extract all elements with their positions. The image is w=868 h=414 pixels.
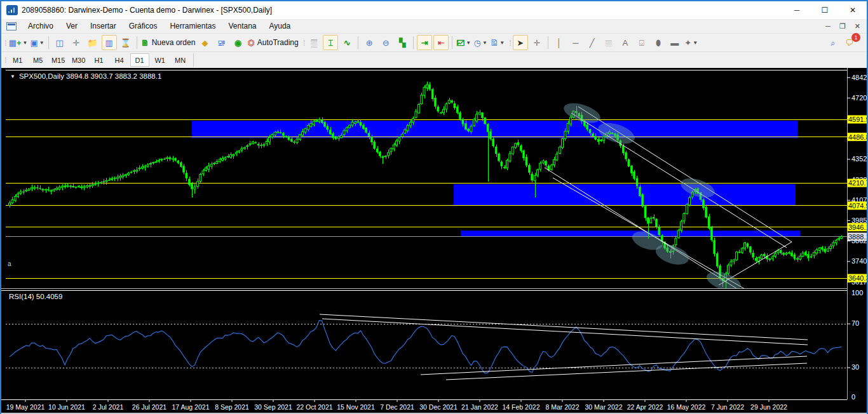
svg-text:29 Jun 2022: 29 Jun 2022 bbox=[750, 403, 787, 411]
new-order-button[interactable]: 🗎Nueva orden bbox=[140, 35, 196, 50]
auto-scroll-button[interactable]: ⇥ bbox=[417, 35, 432, 50]
close-button[interactable]: ✕ bbox=[839, 1, 867, 19]
bar-chart-button[interactable]: 𝄛 bbox=[306, 35, 322, 50]
arrows-icon: ✦ bbox=[684, 39, 691, 47]
tf-m1[interactable]: M1 bbox=[8, 53, 27, 67]
templates-button[interactable]: 🖻▼ bbox=[489, 35, 505, 50]
text-icon: A bbox=[622, 39, 628, 47]
tf-h4[interactable]: H4 bbox=[110, 53, 129, 67]
menu-ayuda[interactable]: Ayuda bbox=[262, 20, 297, 32]
minimize-button[interactable]: ─ bbox=[783, 1, 811, 19]
zoom-out-button[interactable]: ⊖ bbox=[378, 35, 393, 50]
svg-text:21 Jan 2022: 21 Jan 2022 bbox=[461, 403, 498, 411]
signals-button[interactable]: ◉ bbox=[230, 35, 245, 50]
strategy-tester-button[interactable]: ⌛ bbox=[118, 35, 133, 50]
autotrading-button[interactable]: ⏣AutoTrading bbox=[247, 35, 299, 50]
signal-icon: ◉ bbox=[234, 39, 241, 47]
indicators-button[interactable]: 🗠▼ bbox=[456, 35, 471, 50]
svg-text:15 Nov 2021: 15 Nov 2021 bbox=[337, 403, 375, 411]
vertical-line-button[interactable]: │ bbox=[552, 35, 567, 50]
app-icon bbox=[6, 5, 18, 15]
maximize-button[interactable]: ☐ bbox=[811, 1, 839, 19]
svg-text:3640.3: 3640.3 bbox=[848, 274, 867, 282]
menu-graficos[interactable]: Gráficos bbox=[123, 20, 164, 32]
chart-shift-button[interactable]: ⇤ bbox=[433, 35, 449, 50]
svg-text:7 Dec 2021: 7 Dec 2021 bbox=[380, 403, 414, 411]
candlestick-button[interactable]: ⌶ bbox=[323, 35, 338, 50]
svg-text:30 Dec 2021: 30 Dec 2021 bbox=[419, 403, 458, 411]
crosshair-button[interactable]: ✛ bbox=[529, 35, 545, 50]
new-chart-button[interactable]: ▦+▼ bbox=[8, 35, 29, 50]
tile-windows-icon: ▚ bbox=[399, 39, 405, 47]
toolbar: ⁞ ▦+▼ ▣▼ ◫ ✛ 📁 ▥ ⌛ 🗎Nueva orden ◆ 🖳 ◉ ⏣A… bbox=[1, 34, 867, 52]
menu-bar: Archivo Ver Insertar Gráficos Herramient… bbox=[1, 19, 867, 34]
tf-mn[interactable]: MN bbox=[171, 53, 190, 67]
new-order-icon: 🗎 bbox=[141, 39, 149, 47]
svg-text:14 Feb 2022: 14 Feb 2022 bbox=[503, 403, 540, 411]
menu-archivo[interactable]: Archivo bbox=[22, 20, 60, 32]
bar-chart-icon: 𝄛 bbox=[311, 39, 317, 47]
text-annotation-a[interactable]: a bbox=[8, 260, 11, 267]
book-icon: ◆ bbox=[201, 39, 208, 47]
mdi-minimize-button[interactable]: ─ bbox=[825, 23, 831, 30]
fibonacci-button[interactable]: 𝄙 bbox=[601, 35, 616, 50]
market-watch-button[interactable]: ◫ bbox=[52, 35, 67, 50]
favorites-button[interactable]: 📁 bbox=[85, 35, 100, 50]
search-button[interactable]: ⌕ bbox=[825, 35, 841, 50]
ellipse-tool-button[interactable]: ⬮ bbox=[651, 35, 666, 50]
auto-scroll-icon: ⇥ bbox=[421, 39, 428, 47]
tf-h1[interactable]: H1 bbox=[90, 53, 109, 67]
tester-icon: ⌛ bbox=[121, 39, 131, 47]
notifications-button[interactable]: 🗩1 bbox=[842, 35, 857, 50]
tf-m15[interactable]: M15 bbox=[49, 53, 68, 67]
menu-ventana[interactable]: Ventana bbox=[222, 20, 262, 32]
rectangle-tool-button[interactable]: ▬ bbox=[667, 35, 682, 50]
price-chart[interactable]: a 4842.54720.04597.54475.04352.54230.041… bbox=[1, 68, 867, 413]
text-label-button[interactable]: ⌺ bbox=[634, 35, 649, 50]
chevron-down-icon: ▼ bbox=[466, 40, 471, 46]
accounts-button[interactable]: 🖳 bbox=[214, 35, 229, 50]
tf-m5[interactable]: M5 bbox=[29, 53, 48, 67]
tile-windows-button[interactable]: ▚ bbox=[395, 35, 410, 50]
arrows-tool-button[interactable]: ✦▼ bbox=[684, 35, 699, 50]
ellipse-icon: ⬮ bbox=[656, 39, 661, 47]
cursor-button[interactable]: ➤ bbox=[513, 35, 528, 50]
chart-list-toggle[interactable]: ▼ bbox=[10, 74, 15, 79]
fibonacci-icon: 𝄙 bbox=[606, 39, 612, 47]
text-button[interactable]: A bbox=[618, 35, 633, 50]
history-center-button[interactable]: ◆ bbox=[197, 35, 212, 50]
horizontal-line-button[interactable]: ─ bbox=[568, 35, 583, 50]
periods-button[interactable]: ◷▼ bbox=[473, 35, 488, 50]
menu-ver[interactable]: Ver bbox=[60, 20, 84, 32]
svg-text:22 Apr 2022: 22 Apr 2022 bbox=[627, 403, 663, 411]
mdi-close-button[interactable]: ✕ bbox=[855, 23, 860, 30]
tf-w1[interactable]: W1 bbox=[151, 53, 170, 67]
chart-info-line: ▼ SPX500,Daily 3894.8 3903.7 3883.2 3888… bbox=[10, 72, 161, 80]
svg-text:30 Mar 2022: 30 Mar 2022 bbox=[585, 403, 623, 411]
indicators-icon: 🗠 bbox=[456, 39, 465, 47]
data-window-icon: ▥ bbox=[105, 39, 113, 47]
chevron-down-icon: ▼ bbox=[693, 40, 698, 46]
rsi-label: RSI(14) 50.4059 bbox=[9, 293, 62, 300]
svg-text:8 Sep 2021: 8 Sep 2021 bbox=[215, 403, 249, 411]
menu-insertar[interactable]: Insertar bbox=[84, 20, 123, 32]
svg-text:7 Jun 2022: 7 Jun 2022 bbox=[711, 403, 744, 411]
profiles-button[interactable]: ▣▼ bbox=[29, 35, 44, 50]
zoom-in-button[interactable]: ⊕ bbox=[362, 35, 377, 50]
tf-d1[interactable]: D1 bbox=[130, 53, 149, 67]
toolbar-grip[interactable]: ⁞ bbox=[4, 55, 6, 65]
toolbar-grip[interactable]: ⁞ bbox=[4, 38, 6, 48]
data-window-button[interactable]: ▥ bbox=[102, 35, 117, 50]
svg-text:26 Jul 2021: 26 Jul 2021 bbox=[132, 403, 166, 411]
navigator-button[interactable]: ✛ bbox=[69, 35, 84, 50]
cursor-icon: ➤ bbox=[517, 39, 524, 47]
menu-herramientas[interactable]: Herramientas bbox=[163, 20, 222, 32]
line-chart-button[interactable]: ∿ bbox=[339, 35, 355, 50]
symbol-ohlc-text: SPX500,Daily 3894.8 3903.7 3883.2 3888.1 bbox=[19, 72, 161, 80]
chevron-down-icon: ▼ bbox=[23, 40, 28, 46]
mdi-restore-button[interactable]: ❐ bbox=[839, 23, 846, 30]
toolbar-grip[interactable]: ⁞ bbox=[509, 38, 510, 48]
tf-m30[interactable]: M30 bbox=[69, 53, 88, 67]
toolbar-grip[interactable]: ⁞ bbox=[303, 38, 304, 48]
trendline-button[interactable]: ╱ bbox=[585, 35, 600, 50]
